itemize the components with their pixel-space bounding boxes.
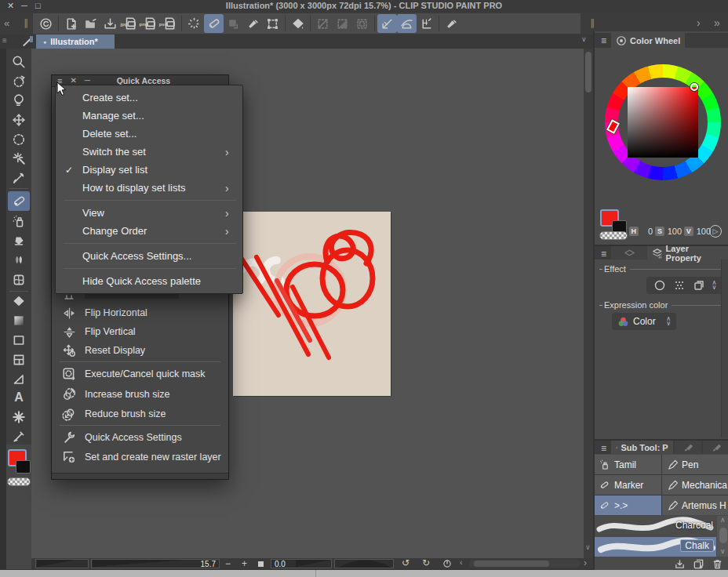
- brush-row-charcoal[interactable]: Charcoal: [595, 516, 716, 536]
- rotate-slider-field[interactable]: 0.0: [271, 559, 332, 568]
- brush-row-chalk[interactable]: Chalk: [595, 537, 716, 557]
- tool-figure[interactable]: [12, 333, 26, 347]
- list-item-new-raster-layer[interactable]: Set and create new raster layer: [52, 448, 228, 466]
- panel-menu-icon[interactable]: ≡: [601, 249, 606, 259]
- hscroll-thumb[interactable]: [474, 561, 549, 567]
- export-png-button[interactable]: png: [140, 14, 159, 33]
- tab-sub-tool-3[interactable]: [703, 441, 728, 454]
- menu-item-switch-the-set[interactable]: Switch the set›: [56, 143, 242, 161]
- palette-close-icon[interactable]: ✕: [70, 77, 76, 85]
- tool-operation[interactable]: [12, 93, 26, 107]
- vector-eraser-button[interactable]: [442, 14, 461, 33]
- tool-liquify[interactable]: [12, 273, 26, 287]
- menu-item-qa-settings[interactable]: Quick Access Settings...: [56, 247, 242, 265]
- panel-menu-icon[interactable]: ≡: [601, 444, 606, 454]
- layer-color-effect-button[interactable]: [693, 279, 705, 292]
- list-item-qa-settings[interactable]: Quick Access Settings: [52, 427, 228, 448]
- tool-polyline[interactable]: [12, 372, 26, 386]
- list-item-increase-brush[interactable]: Increase brush size: [52, 384, 228, 405]
- zoom-in-button[interactable]: +: [242, 559, 247, 568]
- sv-marker[interactable]: [690, 83, 698, 91]
- toolbar-right-handle-icon[interactable]: ∥: [590, 18, 595, 27]
- tool-move[interactable]: [12, 113, 26, 127]
- redo-button[interactable]: ↻: [422, 558, 430, 568]
- list-item-reset-display[interactable]: Reset Display: [52, 341, 228, 360]
- menu-item-display-set-list[interactable]: ✓Display set list: [56, 161, 242, 179]
- export-jpg-button[interactable]: jpg: [120, 14, 140, 33]
- snap-to-special-ruler-button[interactable]: [397, 14, 417, 33]
- canvas-tab[interactable]: ● Illustration*: [36, 34, 115, 49]
- menu-item-how-to-display[interactable]: How to display set lists›: [56, 179, 242, 197]
- sub-tool-scrollbar[interactable]: ∧ ∨: [717, 516, 728, 557]
- expression-color-dropdown[interactable]: Color ∧∨: [612, 313, 676, 330]
- save-button[interactable]: [100, 14, 120, 33]
- tool-airbrush[interactable]: [12, 214, 26, 228]
- snap-to-grid-button[interactable]: [417, 14, 436, 33]
- panel-collapse-chevron-icon[interactable]: ∨: [581, 36, 587, 43]
- delete-sub-tool-button[interactable]: [712, 558, 723, 570]
- tilt-slider-field[interactable]: [334, 559, 394, 568]
- export-psd-button[interactable]: psd: [159, 14, 179, 33]
- tab-row-menu-icon[interactable]: ≡: [2, 37, 7, 45]
- toolbar-overflow-chevron-icon[interactable]: ›: [697, 17, 701, 28]
- subtool-artemus[interactable]: Artemus H: [662, 495, 728, 515]
- tab-layer[interactable]: [611, 246, 647, 259]
- tab-sub-tool[interactable]: Sub Tool: P: [611, 441, 673, 454]
- canvas-vscrollbar[interactable]: ∨: [584, 49, 593, 558]
- tab-layer-property[interactable]: Layer Property: [647, 246, 728, 259]
- tool-rotate-view[interactable]: [12, 74, 26, 89]
- menu-item-create-set[interactable]: Create set...: [56, 89, 242, 107]
- canvas-paper[interactable]: [233, 212, 391, 396]
- toolbar-drag-handle-icon[interactable]: ∥: [24, 18, 28, 27]
- menu-item-view[interactable]: View›: [56, 204, 242, 222]
- subtool-mechanical[interactable]: Mechanica: [662, 475, 728, 495]
- layer-property-scrollbar[interactable]: [721, 259, 728, 437]
- list-item-reduce-brush[interactable]: Reduce brush size: [52, 405, 228, 423]
- tool-marker-selected[interactable]: [8, 191, 30, 211]
- tool-gradient[interactable]: [12, 314, 26, 328]
- selection-indicator-button[interactable]: [224, 14, 243, 33]
- reset-rotation-icon[interactable]: [442, 559, 452, 568]
- blend-brush-button[interactable]: [243, 14, 263, 33]
- fill-button[interactable]: [288, 14, 308, 33]
- toolbar-overflow-chevrons-icon[interactable]: »: [714, 17, 720, 28]
- canvas-hscrollbar[interactable]: [469, 560, 581, 568]
- menu-item-delete-set[interactable]: Delete set...: [56, 125, 242, 143]
- transform-button[interactable]: [263, 14, 282, 33]
- subtool-scroll-thumb[interactable]: [719, 528, 727, 543]
- tool-selection[interactable]: [12, 132, 26, 147]
- sv-square[interactable]: [628, 87, 698, 158]
- tool-balloon[interactable]: [12, 410, 26, 424]
- tool-blend[interactable]: [12, 253, 26, 267]
- zoom-out-button[interactable]: −: [225, 559, 231, 568]
- subtool-pen[interactable]: Pen: [662, 455, 728, 474]
- vscroll-down-icon[interactable]: ∨: [585, 544, 591, 551]
- tool-frame-border[interactable]: [12, 353, 26, 367]
- new-canvas-button[interactable]: [61, 14, 81, 33]
- subtool-marker[interactable]: Marker: [595, 475, 661, 495]
- sub-color-swatch[interactable]: [16, 460, 31, 474]
- tool-text[interactable]: A: [12, 390, 26, 405]
- subtool-selected[interactable]: >.>: [595, 495, 661, 515]
- subtool-tamil[interactable]: Tamil: [595, 455, 661, 474]
- csp-logo-button[interactable]: [36, 14, 56, 33]
- panel-menu-icon[interactable]: ≡: [601, 36, 606, 48]
- tab-color-wheel[interactable]: Color Wheel: [611, 33, 685, 48]
- subtool-scroll-up-icon[interactable]: ∧: [720, 517, 726, 524]
- tool-correction[interactable]: [12, 430, 26, 444]
- tone-effect-button[interactable]: [673, 279, 686, 292]
- list-item-flip-horizontal[interactable]: Flip Horizontal: [52, 303, 228, 322]
- list-item-quick-mask[interactable]: Execute/Cancel quick mask: [52, 364, 228, 384]
- subtool-scroll-down-icon[interactable]: ∨: [720, 548, 726, 555]
- tool-fill[interactable]: [12, 294, 26, 308]
- navigator-preview[interactable]: [35, 559, 89, 568]
- menu-item-manage-set[interactable]: Manage set...: [56, 107, 242, 125]
- zoom-slider-field[interactable]: 15.7: [91, 559, 220, 568]
- vscroll-thumb[interactable]: [585, 52, 592, 93]
- hscroll-right-icon[interactable]: ›: [584, 558, 587, 568]
- transparent-color-swatch[interactable]: [7, 477, 31, 486]
- menu-item-hide-palette[interactable]: Hide Quick Access palette: [56, 272, 242, 290]
- border-effect-button[interactable]: [653, 279, 666, 292]
- color-mode-toggle-button[interactable]: ▷: [709, 225, 722, 238]
- toolbar-collapse-icon[interactable]: «: [4, 18, 9, 28]
